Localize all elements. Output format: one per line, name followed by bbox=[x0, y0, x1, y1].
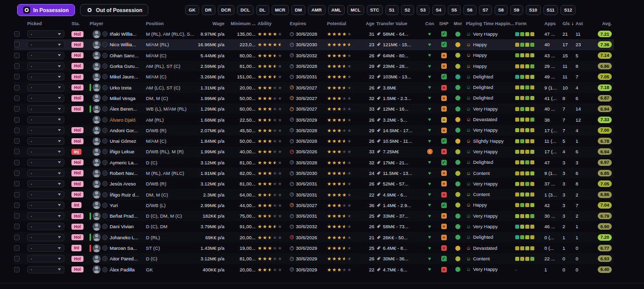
picked-dropdown[interactable]: - bbox=[27, 255, 64, 262]
picked-dropdown[interactable]: - bbox=[27, 202, 64, 209]
player-cell[interactable]: Beñat Prad... bbox=[90, 211, 146, 221]
row-checkbox[interactable] bbox=[14, 181, 20, 186]
column-header-wage[interactable]: Wage bbox=[196, 21, 226, 26]
row-checkbox[interactable] bbox=[14, 31, 20, 37]
picked-dropdown[interactable]: - bbox=[27, 137, 64, 145]
column-header-apps[interactable]: Apps bbox=[544, 21, 562, 26]
column-header-mor[interactable]: Mor bbox=[452, 21, 466, 26]
table-row[interactable]: - Hol Jesús Areso D/WB (R) 3.12M€ p/a 81… bbox=[14, 178, 614, 189]
picked-dropdown[interactable]: - bbox=[27, 191, 64, 199]
picked-dropdown[interactable]: - bbox=[27, 148, 64, 155]
position-filter-dm[interactable]: DM bbox=[291, 5, 305, 15]
table-row[interactable]: - Hol Dani Vivian D (C), DM 3.79M€ p/a 9… bbox=[14, 221, 614, 232]
table-row[interactable]: - Álvaro Djaló AM (RL) 1.68M€ p/a 22,50.… bbox=[14, 114, 614, 125]
player-cell[interactable]: Gorka Guru... bbox=[90, 61, 146, 71]
position-filter-gk[interactable]: GK bbox=[185, 5, 199, 15]
column-header-avg[interactable]: Avg. bbox=[591, 21, 614, 26]
column-header-gls[interactable]: Gls↓ bbox=[562, 21, 576, 26]
table-row[interactable]: - Hol Unai Gómez M/AM (C) 1.84M€ p/a 50,… bbox=[14, 136, 614, 146]
table-row[interactable]: - Hol Álex Beren... WB (L), M/AM (RL) 1.… bbox=[14, 104, 614, 114]
column-header-transfer-value[interactable]: Transfer Value bbox=[376, 21, 424, 26]
position-filter-amr[interactable]: AMR bbox=[308, 5, 326, 15]
column-header-form[interactable]: Form bbox=[515, 21, 544, 26]
column-header-minimum[interactable]: Minimum ... bbox=[226, 21, 258, 26]
table-row[interactable]: - Hol Andoni Gor... D/WB (R) 2.07M€ p/a … bbox=[14, 125, 614, 136]
position-filter-stc[interactable]: STC bbox=[367, 5, 383, 15]
picked-dropdown[interactable]: - bbox=[27, 266, 64, 273]
player-cell[interactable]: Iñaki Willia... bbox=[90, 29, 146, 39]
player-cell[interactable]: Nico Willia... bbox=[90, 39, 146, 50]
row-checkbox[interactable] bbox=[14, 106, 20, 112]
position-filter-s8[interactable]: S8 bbox=[495, 5, 508, 15]
player-cell[interactable]: Jesús Areso bbox=[90, 178, 146, 189]
column-header-picked[interactable]: Picked bbox=[27, 21, 71, 26]
row-checkbox[interactable] bbox=[14, 85, 20, 90]
column-header-position[interactable]: Position bbox=[146, 21, 196, 26]
row-checkbox[interactable] bbox=[14, 224, 20, 229]
row-checkbox[interactable] bbox=[14, 138, 20, 144]
table-row[interactable]: - Hol Urko Izeta AM (LC), ST (C) 1.31M€ … bbox=[14, 82, 614, 92]
position-filter-s4[interactable]: S4 bbox=[432, 5, 445, 15]
in-possession-button[interactable]: In Possession bbox=[17, 4, 75, 16]
position-filter-dcl[interactable]: DCL bbox=[237, 5, 254, 15]
column-header-con[interactable]: Con bbox=[424, 21, 438, 26]
row-checkbox[interactable] bbox=[14, 42, 20, 47]
row-checkbox[interactable] bbox=[14, 256, 20, 261]
row-checkbox[interactable] bbox=[14, 53, 20, 58]
picked-dropdown[interactable]: - bbox=[27, 105, 64, 113]
column-header-age[interactable]: Age bbox=[359, 21, 376, 26]
column-header-potential[interactable]: Potential bbox=[327, 21, 359, 26]
player-cell[interactable]: Aitor Pared... bbox=[90, 253, 146, 264]
table-row[interactable]: - Hol Robert Nav... M (RL), AM (RLC) 1.9… bbox=[14, 168, 614, 178]
picked-dropdown[interactable]: - bbox=[27, 159, 64, 166]
player-cell[interactable]: Yuri bbox=[90, 200, 146, 211]
picked-dropdown[interactable]: - bbox=[27, 169, 64, 177]
position-filter-s2[interactable]: S2 bbox=[401, 5, 414, 15]
position-filter-dl[interactable]: DL bbox=[256, 5, 269, 15]
player-cell[interactable]: Johaneko L... bbox=[90, 232, 146, 243]
picked-dropdown[interactable]: - bbox=[27, 62, 64, 70]
player-cell[interactable]: Álex Padilla bbox=[90, 264, 146, 275]
player-cell[interactable]: Aymeric La... bbox=[90, 157, 146, 168]
picked-dropdown[interactable]: - bbox=[27, 244, 64, 252]
row-checkbox[interactable] bbox=[14, 267, 20, 272]
player-cell[interactable]: Mikel Jaure... bbox=[90, 71, 146, 82]
position-filter-mcl[interactable]: MCL bbox=[347, 5, 364, 15]
position-filter-dr[interactable]: DR bbox=[202, 5, 215, 15]
column-header-shp[interactable]: SHP bbox=[438, 21, 452, 26]
picked-dropdown[interactable]: - bbox=[27, 234, 64, 241]
row-checkbox[interactable] bbox=[14, 170, 20, 176]
position-filter-s11[interactable]: S11 bbox=[543, 5, 558, 15]
position-filter-mcr[interactable]: MCR bbox=[272, 5, 289, 15]
table-row[interactable]: - Hol Iñaki Willia... M (RL), AM (RLC), … bbox=[14, 29, 614, 39]
row-checkbox[interactable] bbox=[14, 149, 20, 154]
position-filter-s6[interactable]: S6 bbox=[463, 5, 476, 15]
table-row[interactable]: - Int Maroan Sa... ST (C) 1.43M€ p/a 19,… bbox=[14, 243, 614, 253]
picked-dropdown[interactable]: - bbox=[27, 223, 64, 230]
table-row[interactable]: - Int Yuri D/WB (L) 2.99M€ p/a 44,00... … bbox=[14, 200, 614, 211]
picked-dropdown[interactable]: - bbox=[27, 30, 64, 38]
player-cell[interactable]: Íñigo Lekue bbox=[90, 146, 146, 157]
row-checkbox[interactable] bbox=[14, 245, 20, 251]
table-row[interactable]: - Inj Íñigo Lekue D/WB (RL), M (R) 1.99M… bbox=[14, 146, 614, 157]
row-checkbox[interactable] bbox=[14, 235, 20, 240]
position-filter-s10[interactable]: S10 bbox=[526, 5, 541, 15]
position-filter-s9[interactable]: S9 bbox=[510, 5, 523, 15]
position-filter-s1[interactable]: S1 bbox=[385, 5, 398, 15]
picked-dropdown[interactable]: - bbox=[27, 180, 64, 187]
position-filter-s3[interactable]: S3 bbox=[417, 5, 430, 15]
column-header-player[interactable]: Player bbox=[90, 21, 146, 26]
picked-dropdown[interactable]: - bbox=[27, 212, 64, 220]
table-row[interactable]: - Hol Johaneko L... D (RL) 69K€ p/a 20,0… bbox=[14, 232, 614, 243]
picked-dropdown[interactable]: - bbox=[27, 84, 64, 91]
row-checkbox[interactable] bbox=[14, 203, 20, 208]
table-row[interactable]: - Hol Gorka Guru... AM (RL), ST (C) 2.59… bbox=[14, 61, 614, 71]
position-filter-s12[interactable]: S12 bbox=[560, 5, 576, 15]
player-cell[interactable]: Íñigo Ruiz d... bbox=[90, 189, 146, 200]
column-header-ast[interactable]: Ast bbox=[576, 21, 591, 26]
table-row[interactable]: - Hol Aymeric La... D (C) 3.12M€ p/a 81,… bbox=[14, 157, 614, 168]
player-cell[interactable]: Maroan Sa... bbox=[90, 243, 146, 253]
table-row[interactable]: - Hol Aitor Pared... D (C) 3.12M€ p/a 81… bbox=[14, 253, 614, 264]
row-checkbox[interactable] bbox=[14, 128, 20, 133]
picked-dropdown[interactable]: - bbox=[27, 116, 64, 124]
